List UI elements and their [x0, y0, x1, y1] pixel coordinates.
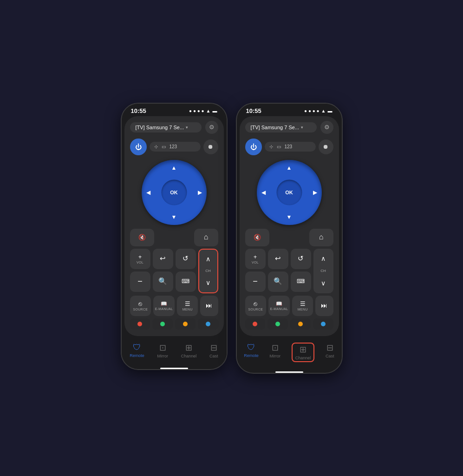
channel-nav-icon-left: ⊞ [185, 343, 192, 353]
nav-mirror-left[interactable]: ⊡ Mirror [157, 343, 169, 358]
playpause-button-left[interactable]: ⏭ [200, 296, 218, 316]
mirror-nav-icon-left: ⊡ [159, 343, 166, 353]
dpad-container-left: ▲ ▼ ◀ ▶ OK [130, 160, 218, 225]
vol-plus-button-right[interactable]: + VOL [245, 249, 266, 269]
playpause-button-right[interactable]: ⏭ [315, 296, 333, 316]
color-green-right[interactable] [267, 318, 288, 330]
device-selector-right[interactable]: [TV] Samsung 7 Se... ▾ [245, 122, 317, 132]
color-red-right[interactable] [245, 318, 266, 330]
main-button-area-right: + VOL ↩ ↺ − [245, 249, 333, 293]
power-button-left[interactable]: ⏻ [130, 139, 147, 155]
source-button-left[interactable]: ⎋ SOURCE [130, 296, 151, 316]
gear-button-left[interactable]: ⚙ [205, 121, 218, 134]
nav-channel-left[interactable]: ⊞ Channel [181, 343, 197, 358]
green-dot-right [275, 322, 280, 326]
mirror-nav-icon-right: ⊡ [272, 343, 279, 353]
status-time-right: 10:55 [246, 107, 261, 114]
ch-up-icon-left: ∧ [206, 255, 210, 263]
nav-mirror-right[interactable]: ⊡ Mirror [270, 343, 281, 362]
mute-icon-right: 🔇 [254, 234, 261, 241]
top-controls-right: ⏻ ⊹ ▭ 123 ⏺ [245, 139, 333, 155]
color-green-left[interactable] [152, 318, 173, 330]
status-bar-left: 10:55 ● ● ● ● ▲ ▬ [122, 104, 227, 116]
home-button-right[interactable]: ⌂ [309, 229, 333, 246]
home-indicator-right [275, 371, 303, 373]
dpad-right-right[interactable]: ▶ [313, 189, 317, 196]
channel-nav-label-right: Channel [295, 356, 311, 360]
nav-remote-right[interactable]: 🛡 Remote [244, 343, 259, 362]
keyboard-button-left[interactable]: ⌨ [176, 271, 196, 292]
device-selector-left[interactable]: [TV] Samsung 7 Se... ▾ [130, 122, 202, 132]
mute-button-left[interactable]: 🔇 [130, 229, 154, 246]
color-blue-right[interactable] [313, 318, 333, 330]
yellow-dot-left [183, 322, 188, 326]
mute-button-right[interactable]: 🔇 [245, 229, 269, 246]
return-button-right[interactable]: ↺ [291, 249, 311, 269]
keyboard-button-right[interactable]: ⌨ [291, 271, 311, 292]
cast-nav-label-left: Cast [209, 354, 218, 358]
remote-nav-label-left: Remote [130, 353, 144, 358]
power-button-right[interactable]: ⏻ [245, 139, 262, 155]
dpad-up-right[interactable]: ▲ [287, 165, 292, 171]
nav-cast-left[interactable]: ⊟ Cast [209, 343, 218, 358]
dpad-down-right[interactable]: ▼ [287, 214, 292, 220]
mic-button-left[interactable]: ⏺ [203, 139, 218, 154]
signal-dots-right: ● ● ● ● [304, 108, 320, 113]
status-time-left: 10:55 [131, 107, 146, 114]
source-button-right[interactable]: ⎋ SOURCE [245, 296, 267, 316]
dpad-down-left[interactable]: ▼ [171, 214, 177, 220]
color-yellow-left[interactable] [175, 318, 196, 330]
search-button-left[interactable]: 🔍 [153, 271, 173, 292]
back-button-right[interactable]: ↩ [268, 249, 288, 269]
ch-updown-button-left[interactable]: ∧ CH ∨ [198, 249, 218, 293]
dpad-ok-left[interactable]: OK [161, 179, 187, 205]
mirror-nav-label-right: Mirror [270, 354, 281, 358]
phone-right: 10:55 ● ● ● ● ▲ ▬ [TV] Samsung 7 Se... ▾… [236, 103, 343, 374]
dpad-left: ▲ ▼ ◀ ▶ OK [142, 160, 207, 225]
search-button-right[interactable]: 🔍 [268, 271, 288, 292]
dpad-ok-right[interactable]: OK [276, 179, 302, 205]
dpad-left-right[interactable]: ◀ [261, 189, 266, 196]
nav-channel-right[interactable]: ⊞ Channel [292, 343, 315, 362]
mute-icon-left: 🔇 [138, 234, 146, 241]
ch-down-icon-right: ∨ [321, 279, 326, 287]
signal-dots-left: ● ● ● ● [189, 108, 204, 113]
vol-minus-button-left[interactable]: − [130, 271, 150, 292]
color-red-left[interactable] [130, 318, 150, 330]
left-button-cols-right: + VOL ↩ ↺ − [245, 249, 311, 293]
mute-home-row-left: 🔇 ⌂ [130, 229, 218, 246]
remote-nav-label-right: Remote [244, 353, 259, 358]
nav3-label-left: 123 [170, 144, 177, 149]
yellow-dot-right [298, 322, 303, 326]
top-controls-left: ⏻ ⊹ ▭ 123 ⏺ [130, 139, 218, 155]
home-button-left[interactable]: ⌂ [194, 229, 218, 246]
color-blue-left[interactable] [198, 318, 218, 330]
vol-plus-button-left[interactable]: + VOL [130, 249, 150, 269]
ch-label-left: CH [205, 269, 211, 273]
dpad-left-left[interactable]: ◀ [146, 189, 150, 196]
emanual-button-right[interactable]: 📖 E-MANUAL [268, 296, 290, 316]
menu-button-right[interactable]: ☰ MENU [292, 296, 313, 316]
header-bar-left: [TV] Samsung 7 Se... ▾ ⚙ [130, 121, 218, 134]
dpad-right: ▲ ▼ ◀ ▶ OK [257, 160, 322, 225]
return-button-left[interactable]: ↺ [176, 249, 196, 269]
middle-controls-right[interactable]: ⊹ ▭ 123 [265, 142, 316, 152]
dpad-right-left[interactable]: ▶ [198, 189, 202, 196]
nav-remote-left[interactable]: 🛡 Remote [130, 343, 144, 358]
blue-dot-right [321, 322, 326, 326]
gear-button-right[interactable]: ⚙ [320, 121, 333, 134]
back-button-left[interactable]: ↩ [153, 249, 173, 269]
ch-updown-button-right[interactable]: ∧ CH ∨ [313, 249, 333, 293]
ch-label-right: CH [320, 269, 326, 273]
vol-minus-button-right[interactable]: − [245, 271, 266, 292]
bottom-action-row-right: ⎋ SOURCE 📖 E-MANUAL ☰ MENU ⏭ [245, 296, 333, 316]
color-yellow-right[interactable] [290, 318, 311, 330]
nav-cast-right[interactable]: ⊟ Cast [326, 343, 334, 362]
mic-button-right[interactable]: ⏺ [319, 139, 333, 154]
dpad-up-left[interactable]: ▲ [171, 165, 177, 171]
emanual-button-left[interactable]: 📖 E-MANUAL [153, 296, 175, 316]
dpad-container-right: ▲ ▼ ◀ ▶ OK [245, 160, 333, 225]
menu-button-left[interactable]: ☰ MENU [177, 296, 198, 316]
remote-body-right: [TV] Samsung 7 Se... ▾ ⚙ ⏻ ⊹ ▭ 123 ⏺ [240, 116, 339, 336]
middle-controls-left[interactable]: ⊹ ▭ 123 [150, 142, 201, 152]
